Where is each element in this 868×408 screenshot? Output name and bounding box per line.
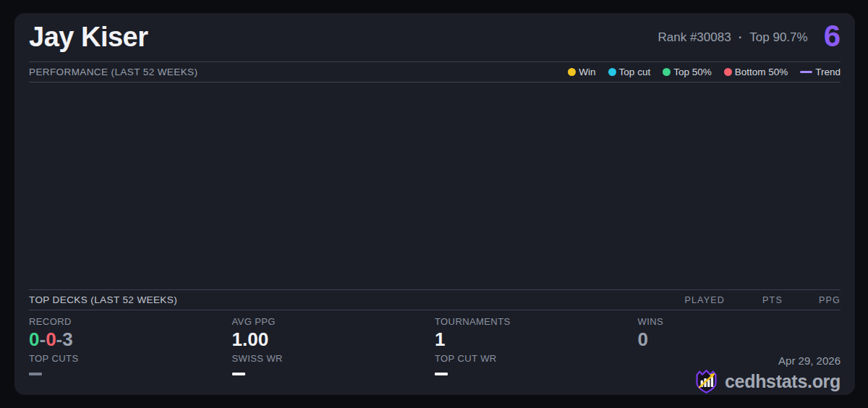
header-right: Rank #30083 · Top 90.7% 6 [658, 24, 841, 51]
avg-ppg-column: AVG PPG 1.00 SWISS WR [232, 316, 435, 395]
record-draws: 3 [62, 328, 72, 350]
report-date: Apr 29, 2026 [778, 354, 841, 367]
wins-column: WINS 0 Apr 29, 2026 [638, 316, 841, 395]
record-column: RECORD 0-0-3 TOP CUTS [29, 316, 232, 395]
top-decks-section-title: TOP DECKS (LAST 52 WEEKS) [29, 294, 177, 305]
cedhstats-shield-logo-icon [693, 368, 720, 395]
column-header-ppg: PPG [783, 295, 841, 305]
top-cuts-label: TOP CUTS [29, 353, 232, 364]
tournaments-column: TOURNAMENTS 1 TOP CUT WR [435, 316, 638, 395]
top-cut-dot-icon [608, 68, 616, 76]
top-decks-column-headers: PLAYED PTS PPG [667, 295, 841, 305]
rank-number: Rank #30083 [658, 30, 731, 45]
performance-section-title: PERFORMANCE (LAST 52 WEEKS) [29, 67, 197, 77]
chart-legend: Win Top cut Top 50% Bottom 50% Trend [568, 67, 841, 77]
footer-branding: Apr 29, 2026 cedhstats.org [693, 354, 841, 395]
avg-ppg-label: AVG PPG [232, 316, 435, 327]
rank-separator: · [739, 30, 743, 45]
top-decks-section-header: TOP DECKS (LAST 52 WEEKS) PLAYED PTS PPG [29, 290, 841, 310]
legend-item-bottom-50: Bottom 50% [724, 67, 788, 77]
player-count-badge: 6 [824, 21, 841, 51]
wins-label: WINS [638, 316, 664, 327]
win-dot-icon [568, 68, 576, 76]
column-header-played: PLAYED [667, 295, 725, 305]
page-background: Jay Kiser Rank #30083 · Top 90.7% 6 PERF… [0, 0, 868, 408]
brand-name: cedhstats.org [725, 371, 841, 392]
card-header: Jay Kiser Rank #30083 · Top 90.7% 6 [29, 13, 841, 62]
tournaments-label: TOURNAMENTS [435, 316, 638, 327]
top-50-dot-icon [663, 68, 671, 76]
player-stats-card: Jay Kiser Rank #30083 · Top 90.7% 6 PERF… [14, 13, 855, 395]
top-cut-wr-label: TOP CUT WR [435, 353, 638, 364]
top-cuts-empty-value [29, 373, 42, 375]
legend-item-top-50: Top 50% [663, 67, 712, 77]
legend-item-top-cut: Top cut [608, 67, 651, 77]
record-label: RECORD [29, 316, 232, 327]
record-losses: 0 [46, 328, 56, 350]
performance-section-header: PERFORMANCE (LAST 52 WEEKS) Win Top cut … [29, 62, 841, 82]
top-percentile: Top 90.7% [749, 30, 807, 45]
player-name: Jay Kiser [29, 22, 148, 53]
tournaments-value: 1 [435, 328, 638, 350]
stats-summary: RECORD 0-0-3 TOP CUTS AVG PPG 1.00 SWISS… [29, 310, 841, 395]
column-header-pts: PTS [725, 295, 783, 305]
rank-text: Rank #30083 · Top 90.7% [658, 30, 807, 45]
legend-item-trend: Trend [800, 67, 841, 77]
record-wins: 0 [29, 328, 39, 350]
bottom-50-dot-icon [724, 68, 732, 76]
swiss-wr-empty-value [232, 373, 245, 375]
performance-chart [29, 82, 841, 290]
legend-item-win: Win [568, 67, 595, 77]
top-cut-wr-empty-value [435, 373, 448, 375]
cedhstats-brand-link[interactable]: cedhstats.org [693, 368, 841, 395]
swiss-wr-label: SWISS WR [232, 353, 435, 364]
trend-line-icon [800, 71, 812, 73]
record-value: 0-0-3 [29, 328, 232, 350]
avg-ppg-value: 1.00 [232, 328, 435, 350]
wins-block: WINS 0 [638, 316, 841, 353]
wins-value: 0 [638, 328, 648, 350]
